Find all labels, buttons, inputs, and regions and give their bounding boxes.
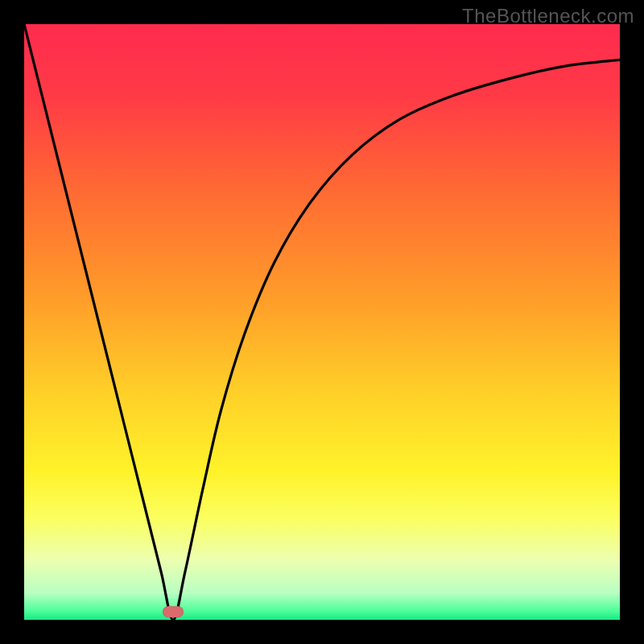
bottleneck-curve: [24, 24, 620, 620]
curve-layer: [24, 24, 620, 620]
chart-frame: TheBottleneck.com: [0, 0, 644, 644]
optimal-point-marker: [163, 606, 184, 617]
plot-area: [24, 24, 620, 620]
